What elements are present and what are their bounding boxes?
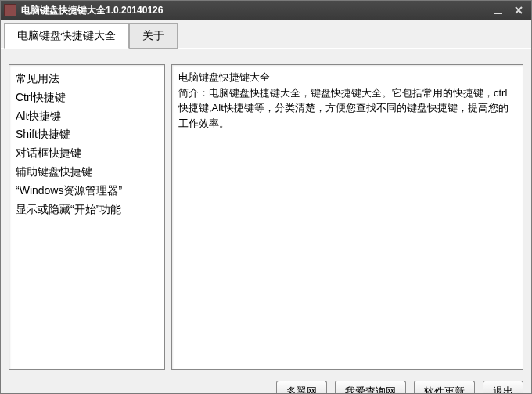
list-item[interactable]: Alt快捷键: [11, 107, 163, 126]
minimize-button[interactable]: [489, 3, 508, 17]
app-window: 电脑键盘快捷键大全1.0.20140126 电脑键盘快捷键大全 关于 常见用法 …: [0, 0, 532, 394]
list-item[interactable]: Ctrl快捷键: [11, 89, 163, 107]
tab-about[interactable]: 关于: [129, 23, 178, 49]
titlebar: 电脑键盘快捷键大全1.0.20140126: [1, 1, 531, 20]
exit-button[interactable]: 退出: [483, 381, 523, 393]
window-title: 电脑键盘快捷键大全1.0.20140126: [21, 4, 487, 17]
tab-main[interactable]: 电脑键盘快捷键大全: [4, 23, 129, 49]
close-icon: [514, 5, 523, 15]
detail-panel: 电脑键盘快捷键大全 简介：电脑键盘快捷键大全，键盘快捷键大全。它包括常用的快捷键…: [171, 64, 523, 370]
detail-heading: 电脑键盘快捷键大全: [178, 70, 516, 85]
tab-bar: 电脑键盘快捷键大全 关于: [1, 20, 531, 49]
list-item[interactable]: 辅助键盘快捷键: [11, 163, 163, 182]
app-icon: [4, 4, 16, 16]
list-item[interactable]: Shift快捷键: [11, 125, 163, 144]
detail-body: 简介：电脑键盘快捷键大全，键盘快捷键大全。它包括常用的快捷键，ctrl快捷键,A…: [178, 85, 516, 132]
list-item[interactable]: 对话框快捷键: [11, 144, 163, 163]
duote-button[interactable]: 多翼网: [276, 381, 327, 393]
svg-rect-0: [494, 13, 502, 14]
woaichaxun-button[interactable]: 我爱查询网: [335, 381, 406, 393]
content-area: 常见用法 Ctrl快捷键 Alt快捷键 Shift快捷键 对话框快捷键 辅助键盘…: [1, 49, 531, 370]
minimize-icon: [494, 5, 503, 15]
list-item[interactable]: 常见用法: [11, 70, 163, 89]
close-button[interactable]: [509, 3, 528, 17]
list-item[interactable]: 显示或隐藏“开始”功能: [11, 201, 163, 219]
bottom-toolbar: 多翼网 我爱查询网 软件更新 退出: [1, 370, 531, 393]
update-button[interactable]: 软件更新: [414, 381, 475, 393]
category-list: 常见用法 Ctrl快捷键 Alt快捷键 Shift快捷键 对话框快捷键 辅助键盘…: [9, 64, 165, 370]
list-item[interactable]: “Windows资源管理器”: [11, 182, 163, 201]
